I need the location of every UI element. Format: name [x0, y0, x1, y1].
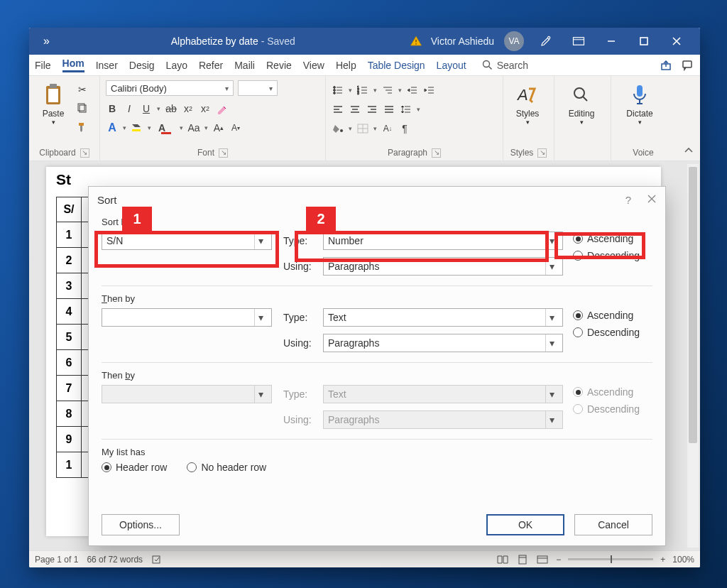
- zoom-in-icon[interactable]: +: [660, 555, 665, 565]
- text-effects-icon[interactable]: A: [106, 121, 119, 134]
- tab-mailings[interactable]: Maili: [229, 56, 261, 75]
- format-painter-icon[interactable]: [76, 120, 89, 133]
- tab-view[interactable]: View: [297, 56, 330, 75]
- comments-icon[interactable]: [682, 60, 693, 71]
- type-label: Type:: [283, 235, 316, 246]
- font-size-combo[interactable]: ▾: [238, 80, 278, 96]
- bullets-icon[interactable]: [332, 84, 344, 97]
- decrease-indent-icon[interactable]: [406, 84, 419, 97]
- line-spacing-icon[interactable]: [400, 103, 412, 116]
- help-icon[interactable]: ?: [625, 194, 631, 206]
- font-name-combo[interactable]: Calibri (Body)▾: [106, 80, 234, 96]
- zoom-out-icon[interactable]: −: [556, 555, 561, 565]
- ascending-2-radio[interactable]: Ascending: [573, 310, 652, 321]
- chevron-down-icon: ▾: [545, 334, 558, 352]
- no-header-row-radio[interactable]: No header row: [187, 462, 266, 473]
- paste-button[interactable]: Paste ▾: [35, 80, 72, 146]
- svg-rect-24: [153, 556, 160, 563]
- align-right-icon[interactable]: [366, 103, 378, 116]
- strikethrough-icon[interactable]: ab: [165, 102, 177, 115]
- tab-help[interactable]: Help: [330, 56, 362, 75]
- collapse-ribbon-icon[interactable]: [683, 145, 694, 156]
- align-center-icon[interactable]: [349, 103, 361, 116]
- user-avatar[interactable]: VA: [504, 31, 524, 51]
- options-button[interactable]: Options...: [102, 514, 180, 535]
- tab-layout[interactable]: Layo: [160, 56, 193, 75]
- grow-font-icon[interactable]: A▴: [212, 121, 225, 134]
- tab-references[interactable]: Refer: [193, 56, 229, 75]
- shading-icon[interactable]: [332, 122, 344, 135]
- cancel-button[interactable]: Cancel: [574, 514, 652, 535]
- bold-icon[interactable]: B: [106, 102, 119, 115]
- tab-insert[interactable]: Inser: [90, 56, 124, 75]
- underline-icon[interactable]: U: [140, 102, 153, 115]
- print-layout-icon[interactable]: [516, 553, 529, 566]
- clear-format-icon[interactable]: [216, 102, 229, 115]
- pen-mode-icon[interactable]: [530, 28, 562, 55]
- read-mode-icon[interactable]: [496, 553, 509, 566]
- page-indicator[interactable]: Page 1 of 1: [35, 555, 78, 565]
- styles-button[interactable]: A Styles▾: [509, 80, 546, 146]
- user-name[interactable]: Victor Ashiedu: [427, 36, 498, 47]
- web-layout-icon[interactable]: [536, 553, 549, 566]
- dialog-launcher-icon[interactable]: ↘: [432, 148, 441, 158]
- dialog-launcher-icon[interactable]: ↘: [80, 148, 89, 158]
- quick-access-more-icon[interactable]: »: [36, 35, 57, 48]
- numbering-icon[interactable]: 123: [356, 84, 369, 97]
- ok-button[interactable]: OK: [486, 514, 564, 535]
- sort-level-2: ▾ Type: Text▾ Using: Paragraphs▾ Ascendi…: [102, 308, 652, 352]
- sort-type-2-combo[interactable]: Text▾: [323, 308, 563, 327]
- dialog-launcher-icon[interactable]: ↘: [537, 148, 547, 158]
- sort-type-1-combo[interactable]: Number▾: [323, 232, 563, 250]
- subscript-icon[interactable]: x2: [182, 102, 195, 115]
- minimize-button[interactable]: [595, 28, 628, 55]
- change-case-icon[interactable]: Aa: [187, 121, 200, 134]
- ascending-1-radio[interactable]: Ascending: [573, 233, 652, 244]
- justify-icon[interactable]: [383, 103, 395, 116]
- descending-1-radio[interactable]: Descending: [573, 250, 652, 261]
- spellcheck-icon[interactable]: [151, 553, 164, 566]
- editing-button[interactable]: Editing▾: [560, 80, 603, 156]
- superscript-icon[interactable]: x2: [199, 102, 212, 115]
- align-left-icon[interactable]: [332, 103, 344, 116]
- styles-icon: A: [515, 83, 540, 107]
- sort-using-2-combo[interactable]: Paragraphs▾: [323, 334, 563, 352]
- tab-file[interactable]: File: [29, 56, 57, 75]
- borders-icon[interactable]: [356, 122, 369, 135]
- italic-icon[interactable]: I: [123, 102, 136, 115]
- zoom-level[interactable]: 100%: [672, 555, 694, 565]
- maximize-button[interactable]: [628, 28, 660, 55]
- dialog-launcher-icon[interactable]: ↘: [219, 148, 228, 158]
- tab-layout[interactable]: Layout: [431, 56, 472, 75]
- shrink-font-icon[interactable]: A▾: [229, 121, 242, 134]
- header-row-radio[interactable]: Header row: [102, 462, 167, 473]
- sort-field-2-combo[interactable]: ▾: [102, 308, 272, 327]
- close-icon[interactable]: [647, 194, 657, 206]
- increase-indent-icon[interactable]: [423, 84, 436, 97]
- descending-2-radio[interactable]: Descending: [573, 327, 652, 338]
- dictate-button[interactable]: Dictate▾: [617, 80, 662, 146]
- tab-review[interactable]: Revie: [261, 56, 297, 75]
- tab-design[interactable]: Desig: [124, 56, 160, 75]
- sort-field-1-combo[interactable]: S/N▾: [102, 232, 272, 250]
- sort-using-1-combo[interactable]: Paragraphs▾: [323, 257, 563, 276]
- multilevel-list-icon[interactable]: [381, 84, 394, 97]
- search-box[interactable]: Search: [482, 60, 528, 71]
- vertical-scrollbar[interactable]: [687, 164, 699, 548]
- share-icon[interactable]: [660, 60, 672, 71]
- cut-icon[interactable]: ✂: [76, 83, 89, 96]
- close-button[interactable]: [660, 28, 693, 55]
- tab-home[interactable]: Hom: [57, 54, 90, 76]
- word-count[interactable]: 66 of 72 words: [87, 555, 143, 565]
- svg-rect-26: [537, 556, 547, 563]
- highlight-icon[interactable]: [131, 121, 143, 134]
- copy-icon[interactable]: [76, 102, 89, 114]
- sort-icon[interactable]: A↓: [381, 122, 394, 135]
- callout-2: 2: [306, 207, 336, 231]
- ribbon-display-icon[interactable]: [562, 28, 595, 55]
- zoom-slider[interactable]: [568, 558, 653, 560]
- tab-table-design[interactable]: Table Design: [362, 56, 431, 75]
- pilcrow-icon[interactable]: ¶: [398, 122, 411, 135]
- ribbon-tabs: FileHomInserDesigLayoReferMailiRevieView…: [29, 55, 700, 76]
- svg-point-13: [334, 87, 336, 89]
